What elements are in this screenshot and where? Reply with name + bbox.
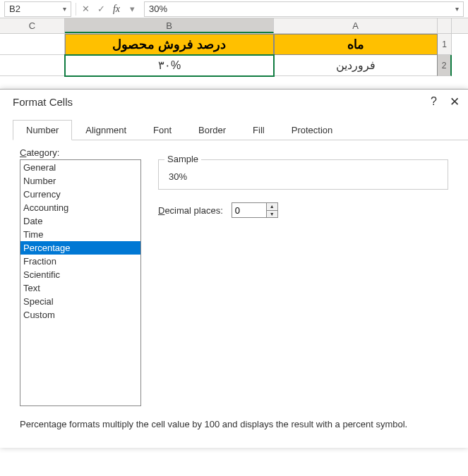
sample-value: 30% <box>166 171 440 182</box>
spinner-buttons: ▲ ▼ <box>266 203 277 217</box>
name-box[interactable]: B2 ▾ <box>4 1 71 17</box>
cancel-icon[interactable]: ✕ <box>78 1 93 17</box>
spinner-up-icon[interactable]: ▲ <box>267 203 277 211</box>
col-header-b[interactable]: B <box>65 18 274 33</box>
format-cells-dialog: Format Cells ? ✕ Number Alignment Font B… <box>0 89 468 448</box>
decimal-places-row: Decimal places: ▲ ▼ <box>158 202 448 218</box>
enter-icon[interactable]: ✓ <box>93 1 109 17</box>
category-time[interactable]: Time <box>20 228 140 241</box>
cell-a1[interactable]: ماه <box>274 34 438 55</box>
category-list[interactable]: General Number Currency Accounting Date … <box>20 159 141 406</box>
decimal-places-label: Decimal places: <box>158 205 223 216</box>
tab-protection[interactable]: Protection <box>278 120 347 140</box>
decimal-places-input[interactable] <box>232 203 266 217</box>
formula-input[interactable]: 30% ▾ <box>144 1 464 17</box>
category-general[interactable]: General <box>20 161 140 174</box>
spinner-down-icon[interactable]: ▼ <box>267 211 277 218</box>
dialog-title: Format Cells <box>13 96 73 108</box>
cell-b2[interactable]: ۳۰% <box>65 55 274 76</box>
category-label: Category: <box>20 147 448 158</box>
row-header-2[interactable]: 2 <box>438 55 452 76</box>
close-icon[interactable]: ✕ <box>450 94 460 109</box>
category-currency[interactable]: Currency <box>20 188 140 201</box>
sample-label: Sample <box>164 154 201 164</box>
category-custom[interactable]: Custom <box>20 308 140 322</box>
category-date[interactable]: Date <box>20 214 140 228</box>
category-special[interactable]: Special <box>20 295 140 308</box>
cell-a2[interactable]: فروردین <box>274 55 438 76</box>
help-icon[interactable]: ? <box>431 95 437 108</box>
sample-box: Sample 30% <box>158 159 448 190</box>
category-number[interactable]: Number <box>20 174 140 188</box>
col-header-c[interactable]: C <box>0 18 65 33</box>
cell-c1[interactable] <box>0 34 65 55</box>
category-text[interactable]: Text <box>20 281 140 295</box>
spreadsheet-grid: C B A درصد فروش محصول ماه 1 ۳۰% فروردین … <box>0 18 468 76</box>
tab-number[interactable]: Number <box>13 120 72 140</box>
category-scientific[interactable]: Scientific <box>20 268 140 281</box>
category-percentage[interactable]: Percentage <box>20 241 140 255</box>
decimal-places-spinner[interactable]: ▲ ▼ <box>232 202 278 218</box>
separator <box>76 3 76 16</box>
category-fraction[interactable]: Fraction <box>20 255 140 268</box>
grid-row-2: ۳۰% فروردین 2 <box>0 55 468 76</box>
dialog-tabs: Number Alignment Font Border Fill Protec… <box>13 119 468 140</box>
format-description: Percentage formats multiply the cell val… <box>20 419 448 431</box>
select-all-corner[interactable] <box>438 18 452 33</box>
column-headers: C B A <box>0 18 468 34</box>
cell-reference: B2 <box>9 4 20 14</box>
cell-b1[interactable]: درصد فروش محصول <box>65 34 274 55</box>
col-header-a[interactable]: A <box>274 18 438 33</box>
chevron-down-icon[interactable]: ▾ <box>124 1 140 17</box>
chevron-down-icon[interactable]: ▾ <box>455 5 459 13</box>
grid-row-1: درصد فروش محصول ماه 1 <box>0 34 468 55</box>
dialog-titlebar: Format Cells ? ✕ <box>0 90 468 114</box>
chevron-down-icon[interactable]: ▾ <box>63 5 66 13</box>
format-options-pane: Sample 30% Decimal places: ▲ ▼ <box>158 159 448 406</box>
tab-alignment[interactable]: Alignment <box>72 120 140 140</box>
row-header-1[interactable]: 1 <box>438 34 452 55</box>
tab-font[interactable]: Font <box>140 120 185 140</box>
cell-c2[interactable] <box>0 55 65 76</box>
dialog-body: Category: General Number Currency Accoun… <box>0 140 468 448</box>
fx-icon[interactable]: fx <box>109 1 124 17</box>
tab-border[interactable]: Border <box>185 120 239 140</box>
category-accounting[interactable]: Accounting <box>20 201 140 214</box>
formula-value: 30% <box>149 4 167 14</box>
formula-bar: B2 ▾ ✕ ✓ fx ▾ 30% ▾ <box>0 0 468 18</box>
tab-fill[interactable]: Fill <box>239 120 278 140</box>
